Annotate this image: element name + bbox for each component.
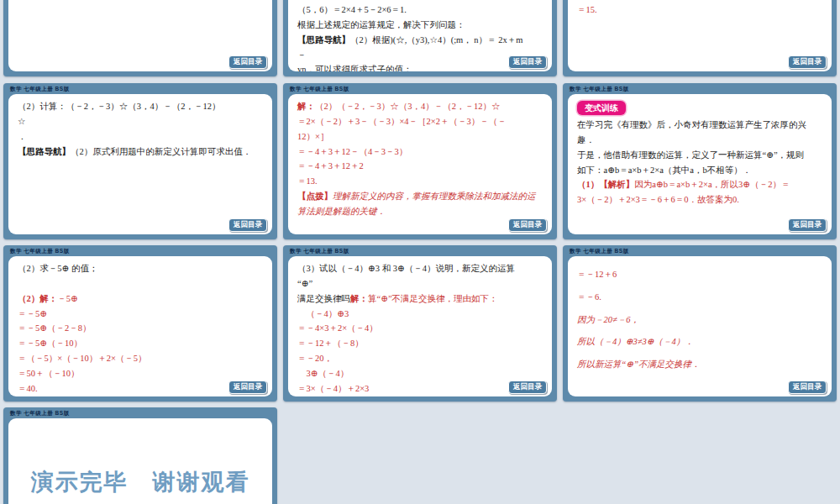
slide-header-label: 数学 七年级上册 BS版 [570,246,629,256]
slide[interactable]: 数学 七年级上册 BS版 演示完毕 谢谢观看 返回目录 [3,407,277,504]
variant-training-badge: 变式训练 [577,101,626,115]
text-line: 12）×］ [297,129,543,144]
text-line: （2）求－5⊕ 的值； [18,261,263,276]
text-line: ＝－20， [297,351,543,366]
slide-panel: 返回目录 [8,0,272,71]
text-line: 所以新运算“⊕”不满足交换律． [577,354,822,376]
text-line: “⊕” [297,276,543,291]
text-line: 【思路导航】（2）原式利用题中的新定义计算即可求出值． [18,144,263,160]
end-text: 演示完毕 谢谢观看 [8,467,272,497]
text-line: yn，可以求得所求式子的值： [297,62,543,71]
text-line: 所以（－4）⊕3≠3⊕（－4）． [577,331,822,354]
text-line: ． [18,129,263,144]
text-line: （1）【解析】因为a⊕b＝a×b＋2×a，所以3⊕（－2）＝ [577,177,822,192]
back-to-toc-button[interactable]: 返回目录 [788,218,827,232]
text-line: ＝13. [297,174,543,189]
text-line: ＝－4＋3＋12－（4－3－3） [297,144,543,160]
slide-grid: 数学 七年级上册 BS版 返回目录 数学 七年级上册 BS版 （5，6）＝2×4… [0,0,840,504]
text-line: ＝－4＋3＋12＋2 [297,159,543,174]
text-line: ＝40. [18,381,263,396]
text-line: 【点拨】理解新定义的内容，掌握有理数乘除法和加减法的运 [297,189,543,204]
slide[interactable]: 数学 七年级上册 BS版 ＝－12＋6＝－6.因为－20≠－6，所以（－4）⊕3… [563,245,837,402]
slide-panel: （2）计算：（－2，－3）☆（3，4）－（2，－12）☆．【思路导航】（2）原式… [8,94,272,234]
text-line: 3×（－2）＋2×3＝－6＋6＝0．故答案为0. [577,192,822,207]
slide[interactable]: 数学 七年级上册 BS版 变式训练在学习完《有理数》后，小奇对有理数运算产生了浓… [563,83,837,239]
slide-panel: （5，6）＝2×4＋5－2×6＝1.根据上述规定的运算规定，解决下列问题：【思路… [288,0,552,71]
text-line: 根据上述规定的运算规定，解决下列问题： [297,18,543,33]
text-line: （2）解：－5⊕ [18,291,263,307]
back-to-toc-button[interactable]: 返回目录 [228,381,267,394]
text-line: 算法则是解题的关键． [297,204,543,219]
slide[interactable]: 数学 七年级上册 BS版 ＝15. 返回目录 [563,0,837,76]
text-line: ＝15. [577,3,822,18]
slide[interactable]: 数学 七年级上册 BS版 解：（2）（－2，－3）☆（3，4）－（2，－12）☆… [283,83,557,239]
text-line: － [297,48,543,63]
slide-panel: 演示完毕 谢谢观看 返回目录 [8,418,272,504]
text-line: ＝2×（－2）＋3－（－3）×4－［2×2＋（－3）－（－ [297,114,543,129]
back-to-toc-button[interactable]: 返回目录 [508,218,547,232]
slide[interactable]: 数学 七年级上册 BS版 （2）求－5⊕ 的值； （2）解：－5⊕＝－5⊕＝－5… [3,245,277,402]
text-line: ＝－5⊕（－2－8） [18,321,263,336]
text-line: ＝－12＋（－8） [297,336,543,351]
text-line: 如下：a⊕b＝a×b＋2×a（其中a，b不相等）． [577,163,822,178]
text-line: ＝－5⊕ [18,307,263,322]
text-line: 因为－20≠－6， [577,309,822,332]
text-line: ＝（－5）×（－10）＋2×（－5） [18,351,263,366]
text-line: 解：（2）（－2，－3）☆（3，4）－（2，－12）☆ [297,99,543,114]
slide[interactable]: 数学 七年级上册 BS版 （5，6）＝2×4＋5－2×6＝1.根据上述规定的运算… [283,0,557,76]
back-to-toc-button[interactable]: 返回目录 [788,381,827,394]
slide-header-label: 数学 七年级上册 BS版 [10,246,70,256]
slide-panel: ＝15. 返回目录 [568,0,832,71]
slide-header-label: 数学 七年级上册 BS版 [570,84,629,94]
text-line: 在学习完《有理数》后，小奇对有理数运算产生了浓厚的兴 [577,118,822,133]
slide-header-label: 数学 七年级上册 BS版 [290,246,349,256]
text-line: （2）计算：（－2，－3）☆（3，4）－（2，－12） [18,99,263,114]
text-line: ＝－12＋6 [577,264,822,286]
text-line [18,276,263,291]
slide-header-label: 数学 七年级上册 BS版 [290,84,349,94]
slide-panel: ＝－12＋6＝－6.因为－20≠－6，所以（－4）⊕3≠3⊕（－4）．所以新运算… [568,256,832,396]
text-line: （3）试以（－4）⊕3 和 3⊕（－4）说明，新定义的运算 [297,261,543,276]
slide-header-label: 数学 七年级上册 BS版 [10,84,70,94]
text-line: 3⊕（－4） [297,366,543,381]
back-to-toc-button[interactable]: 返回目录 [228,55,267,69]
slide-panel: （3）试以（－4）⊕3 和 3⊕（－4）说明，新定义的运算“⊕”满足交换律吗解：… [288,256,552,396]
back-to-toc-button[interactable]: 返回目录 [508,55,547,69]
slide[interactable]: 数学 七年级上册 BS版 （2）计算：（－2，－3）☆（3，4）－（2，－12）… [3,83,277,239]
slide[interactable]: 数学 七年级上册 BS版 返回目录 [3,0,277,76]
slide[interactable]: 数学 七年级上册 BS版 （3）试以（－4）⊕3 和 3⊕（－4）说明，新定义的… [283,245,557,402]
text-line: 满足交换律吗解：算“⊕”不满足交换律，理由如下： [297,291,543,307]
slide-panel: 解：（2）（－2，－3）☆（3，4）－（2，－12）☆＝2×（－2）＋3－（－3… [288,94,552,234]
text-line: ＝－5⊕（－10） [18,336,263,351]
text-line: 趣． [577,133,822,148]
slide-header-label: 数学 七年级上册 BS版 [10,408,70,418]
text-line: 于是，他借助有理数的运算，定义了一种新运算“⊕”，规则 [577,148,822,163]
text-line: ＝－4×3＋2×（－4） [297,321,543,336]
text-line: ＝3×（－4）＋2×3 [297,381,543,396]
text-line: ☆ [18,114,263,129]
text-line: （5，6）＝2×4＋5－2×6＝1. [297,3,543,18]
slide-panel: （2）求－5⊕ 的值； （2）解：－5⊕＝－5⊕＝－5⊕（－2－8）＝－5⊕（－… [8,256,272,396]
back-to-toc-button[interactable]: 返回目录 [508,381,547,394]
back-to-toc-button[interactable]: 返回目录 [788,55,827,69]
text-line: ＝－6. [577,286,822,309]
text-line: 【思路导航】（2）根据)(☆,（y3),☆4）(;m， n）＝ 2x＋m [297,33,543,48]
text-line: （－4）⊕3 [297,307,543,322]
text-line: ＝50＋（－10） [18,366,263,381]
back-to-toc-button[interactable]: 返回目录 [228,218,267,232]
slide-panel: 变式训练在学习完《有理数》后，小奇对有理数运算产生了浓厚的兴趣．于是，他借助有理… [568,94,832,234]
